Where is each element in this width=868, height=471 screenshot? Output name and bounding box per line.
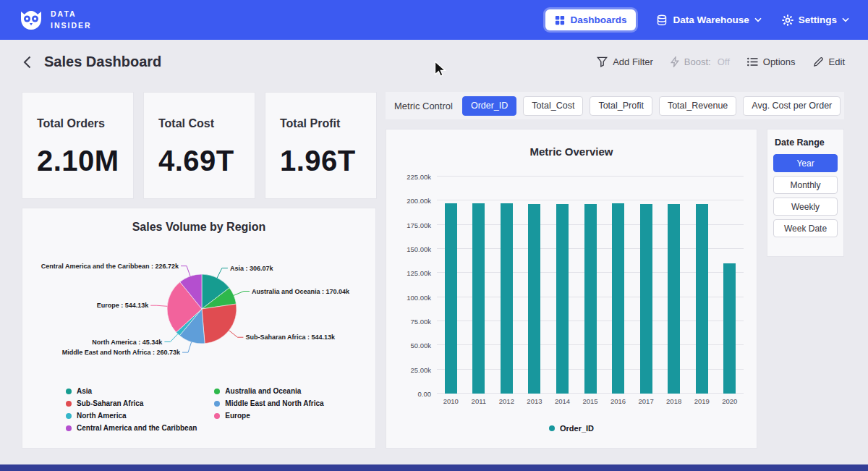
legend-label: Order_ID bbox=[560, 424, 594, 433]
x-axis-label: 2017 bbox=[632, 397, 660, 405]
metric-button-order-id[interactable]: Order_ID bbox=[462, 96, 516, 116]
bar-legend: Order_ID bbox=[386, 424, 757, 433]
kpi-card-total-cost: Total Cost4.69T bbox=[143, 92, 255, 199]
brand-text: DATA INSIDER bbox=[51, 9, 92, 30]
bar-slot bbox=[660, 177, 688, 394]
y-axis-tick: 175.00k bbox=[391, 221, 431, 229]
bar-2017[interactable] bbox=[640, 204, 652, 394]
page-title: Sales Dashboard bbox=[44, 54, 161, 70]
chevron-left-icon bbox=[23, 56, 31, 69]
filter-icon bbox=[597, 56, 608, 67]
pie-legend: AsiaSub-Saharan AfricaNorth AmericaCentr… bbox=[22, 387, 375, 432]
brand-line1: DATA bbox=[51, 9, 92, 20]
bar-2013[interactable] bbox=[528, 204, 540, 394]
bar-plot: 0.0025.00k50.00k75.00k100.00k125.00k150.… bbox=[437, 177, 744, 394]
legend-item-middle-east-and-north-africa: Middle East and North Africa bbox=[214, 399, 339, 407]
bar-2019[interactable] bbox=[696, 204, 708, 394]
bar-slot bbox=[465, 177, 493, 394]
metric-button-total-profit[interactable]: Total_Profit bbox=[590, 96, 652, 116]
pie-slice-label: Central America and the Caribbean : 226.… bbox=[41, 263, 179, 270]
bar-slot bbox=[437, 177, 465, 394]
date-range-button-year[interactable]: Year bbox=[773, 154, 838, 172]
bars bbox=[437, 177, 744, 394]
pie-label-line bbox=[181, 266, 190, 276]
metric-button-avg-cost-per-order[interactable]: Avg. Cost per Order bbox=[743, 96, 841, 116]
x-axis-label: 2013 bbox=[521, 397, 549, 405]
metric-button-total-revenue[interactable]: Total_Revenue bbox=[659, 96, 736, 116]
legend-dot bbox=[66, 401, 72, 407]
bar-slot bbox=[632, 177, 660, 394]
options-button[interactable]: Options bbox=[747, 56, 796, 67]
brand-line2: INSIDER bbox=[51, 20, 92, 31]
bar-2015[interactable] bbox=[584, 204, 597, 394]
metric-buttons: Order_IDTotal_CostTotal_ProfitTotal_Reve… bbox=[462, 96, 841, 116]
bar-xlabels: 2010201120122013201420152016201720182019… bbox=[437, 397, 744, 405]
legend-dot bbox=[214, 413, 220, 419]
date-range-button-monthly[interactable]: Monthly bbox=[773, 176, 838, 194]
legend-item-asia: Asia bbox=[66, 387, 197, 395]
pie-slice-sub-saharan-africa[interactable] bbox=[202, 304, 237, 344]
pencil-icon bbox=[813, 56, 824, 67]
kpi-label: Total Cost bbox=[158, 117, 255, 130]
bar-slot bbox=[493, 177, 521, 394]
y-axis-tick: 125.00k bbox=[391, 269, 431, 277]
data-warehouse-label: Data Warehouse bbox=[673, 14, 749, 25]
pie-legend-column: AsiaSub-Saharan AfricaNorth AmericaCentr… bbox=[66, 387, 197, 432]
settings-menu[interactable]: Settings bbox=[782, 14, 849, 26]
legend-label: Asia bbox=[77, 387, 92, 395]
pie-slice-label: Sub-Saharan Africa : 544.13k bbox=[245, 334, 336, 341]
options-label: Options bbox=[763, 56, 796, 67]
legend-label: Central America and the Caribbean bbox=[77, 424, 197, 432]
bar-2016[interactable] bbox=[612, 203, 624, 394]
top-navbar: DATA INSIDER Dashboards Data Warehous bbox=[0, 0, 868, 40]
bar-2020[interactable] bbox=[723, 263, 736, 394]
y-axis-tick: 225.00k bbox=[391, 173, 431, 181]
database-icon bbox=[656, 14, 668, 26]
page-header: Sales Dashboard Add Filter Boost: Off Op… bbox=[22, 54, 845, 70]
metric-button-total-cost[interactable]: Total_Cost bbox=[523, 96, 583, 116]
pie-label-line bbox=[150, 305, 167, 306]
data-warehouse-menu[interactable]: Data Warehouse bbox=[656, 14, 761, 26]
pie-slice-label: Asia : 306.07k bbox=[230, 265, 274, 272]
x-axis-label: 2020 bbox=[715, 397, 744, 405]
bar-2014[interactable] bbox=[556, 204, 569, 394]
date-range-button-week-date[interactable]: Week Date bbox=[773, 219, 838, 237]
legend-label: Australia and Oceania bbox=[225, 387, 301, 395]
pie-slice-label: North America : 45.34k bbox=[92, 339, 163, 346]
x-axis-label: 2018 bbox=[660, 397, 688, 405]
x-axis-label: 2011 bbox=[465, 397, 493, 405]
pie-legend-column: Australia and OceaniaMiddle East and Nor… bbox=[214, 387, 339, 432]
date-range-buttons: YearMonthlyWeeklyWeek Date bbox=[773, 154, 838, 237]
metric-control-bar: Metric Control Order_IDTotal_CostTotal_P… bbox=[386, 92, 844, 119]
list-icon bbox=[747, 57, 758, 67]
dashboards-label: Dashboards bbox=[570, 14, 626, 25]
kpi-row: Total Orders2.10MTotal Cost4.69TTotal Pr… bbox=[22, 92, 377, 199]
chevron-down-icon bbox=[842, 17, 849, 22]
edit-label: Edit bbox=[829, 56, 845, 67]
dashboards-button[interactable]: Dashboards bbox=[545, 9, 636, 30]
kpi-card-total-orders: Total Orders2.10M bbox=[22, 92, 134, 199]
legend-dot bbox=[66, 389, 72, 394]
date-range-button-weekly[interactable]: Weekly bbox=[773, 198, 838, 216]
back-button[interactable] bbox=[22, 54, 33, 70]
bar-2012[interactable] bbox=[501, 203, 513, 394]
bar-2011[interactable] bbox=[472, 203, 485, 394]
bar-2018[interactable] bbox=[668, 204, 680, 394]
footer-strip bbox=[0, 464, 868, 471]
boost-state: Off bbox=[718, 56, 730, 67]
grid-icon bbox=[555, 15, 565, 25]
bar-2010[interactable] bbox=[445, 203, 457, 394]
y-axis-tick: 50.00k bbox=[391, 341, 431, 349]
date-range-title: Date Range bbox=[775, 137, 838, 148]
boost-label: Boost: bbox=[684, 56, 711, 67]
bar-slot bbox=[604, 177, 632, 394]
add-filter-button[interactable]: Add Filter bbox=[597, 56, 653, 67]
settings-label: Settings bbox=[799, 14, 837, 25]
legend-dot bbox=[214, 389, 220, 394]
edit-button[interactable]: Edit bbox=[813, 56, 845, 67]
pie-label-line bbox=[182, 342, 192, 352]
add-filter-label: Add Filter bbox=[613, 56, 653, 67]
pie-slice-label: Australia and Oceania : 170.04k bbox=[252, 288, 350, 295]
legend-item-north-america: North America bbox=[66, 412, 197, 420]
boost-toggle[interactable]: Boost: Off bbox=[671, 56, 730, 67]
